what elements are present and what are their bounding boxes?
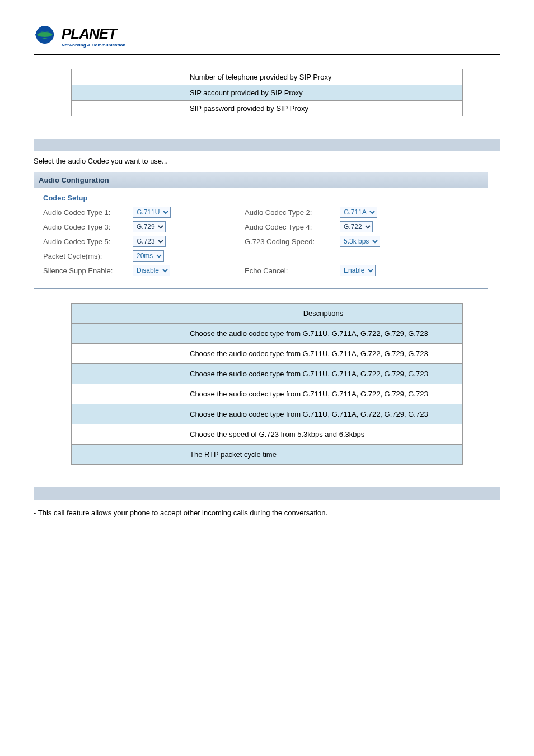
- codec-type1-label: Audio Codec Type 1:: [43, 208, 133, 217]
- codec-type3-label: Audio Codec Type 3:: [43, 223, 133, 231]
- silence-supp-select[interactable]: Disable: [133, 265, 170, 276]
- table-cell-right: Choose the audio codec type from G.711U,…: [184, 364, 463, 384]
- desc-header-left: [72, 304, 184, 324]
- table-cell-right: The RTP packet cycle time: [184, 445, 463, 465]
- codec-setup-label: Codec Setup: [43, 194, 479, 202]
- table-row: Choose the audio codec type from G.711U,…: [72, 404, 463, 424]
- table-cell-left: [72, 445, 184, 465]
- g723-speed-select[interactable]: 5.3k bps: [340, 236, 380, 247]
- table-row: SIP account provided by SIP Proxy: [72, 85, 463, 101]
- table-row: SIP password provided by SIP Proxy: [72, 101, 463, 116]
- table-cell-left: [72, 364, 184, 384]
- codec-type1-select[interactable]: G.711U: [133, 207, 171, 218]
- table-cell-right: Choose the audio codec type from G.711U,…: [184, 384, 463, 404]
- audio-intro-text: Select the audio Codec you want to use..…: [34, 157, 500, 165]
- codec-type4-label: Audio Codec Type 4:: [245, 223, 340, 231]
- table-cell-left: [72, 424, 184, 445]
- table-cell-right: SIP password provided by SIP Proxy: [184, 101, 463, 116]
- header-divider: [34, 54, 500, 55]
- echo-cancel-label: Echo Cancel:: [245, 267, 340, 275]
- g723-speed-label: G.723 Coding Speed:: [245, 237, 340, 246]
- table-row: Choose the audio codec type from G.711U,…: [72, 384, 463, 404]
- table-cell-left: [72, 69, 184, 85]
- call-feature-text: - This call feature allows your phone to…: [34, 505, 500, 521]
- codec-type5-label: Audio Codec Type 5:: [43, 237, 133, 246]
- table-row: Choose the audio codec type from G.711U,…: [72, 344, 463, 364]
- table-cell-left: [72, 344, 184, 364]
- table-cell-right: Number of telephone provided by SIP Prox…: [184, 69, 463, 85]
- section-bar-call-feature: [34, 487, 500, 500]
- table-row: Choose the speed of G.723 from 5.3kbps a…: [72, 424, 463, 445]
- echo-cancel-select[interactable]: Enable: [340, 265, 376, 276]
- table-cell-right: Choose the speed of G.723 from 5.3kbps a…: [184, 424, 463, 445]
- table-cell-right: Choose the audio codec type from G.711U,…: [184, 404, 463, 424]
- table-cell-right: SIP account provided by SIP Proxy: [184, 85, 463, 101]
- descriptions-table: Descriptions Choose the audio codec type…: [71, 303, 463, 465]
- codec-type2-label: Audio Codec Type 2:: [245, 208, 340, 217]
- desc-header-right: Descriptions: [184, 304, 463, 324]
- packet-cycle-select[interactable]: 20ms: [133, 250, 164, 262]
- section-bar-audio: [34, 139, 500, 151]
- table-cell-left: [72, 324, 184, 344]
- table-row: The RTP packet cycle time: [72, 445, 463, 465]
- table-row: Choose the audio codec type from G.711U,…: [72, 364, 463, 384]
- table-cell-left: [72, 384, 184, 404]
- table-row: Number of telephone provided by SIP Prox…: [72, 69, 463, 85]
- silence-supp-label: Silence Supp Enable:: [43, 267, 133, 275]
- logo-brand-text: PLANET: [62, 25, 125, 43]
- codec-type3-select[interactable]: G.729: [133, 221, 166, 232]
- packet-cycle-label: Packet Cycle(ms):: [43, 252, 133, 260]
- codec-type2-select[interactable]: G.711A: [340, 207, 377, 218]
- codec-type4-select[interactable]: G.722: [340, 221, 373, 232]
- audio-config-title: Audio Configuration: [34, 172, 488, 188]
- table-cell-right: Choose the audio codec type from G.711U,…: [184, 324, 463, 344]
- table-cell-left: [72, 101, 184, 116]
- logo: PLANET Networking & Communication: [34, 22, 500, 50]
- codec-type5-select[interactable]: G.723: [133, 236, 166, 247]
- audio-config-panel: Audio Configuration Codec Setup Audio Co…: [34, 172, 488, 289]
- table-row: Choose the audio codec type from G.711U,…: [72, 324, 463, 344]
- table-cell-right: Choose the audio codec type from G.711U,…: [184, 344, 463, 364]
- table-cell-left: [72, 404, 184, 424]
- logo-tagline: Networking & Communication: [62, 43, 125, 48]
- sip-info-table: Number of telephone provided by SIP Prox…: [71, 69, 463, 116]
- table-cell-left: [72, 85, 184, 101]
